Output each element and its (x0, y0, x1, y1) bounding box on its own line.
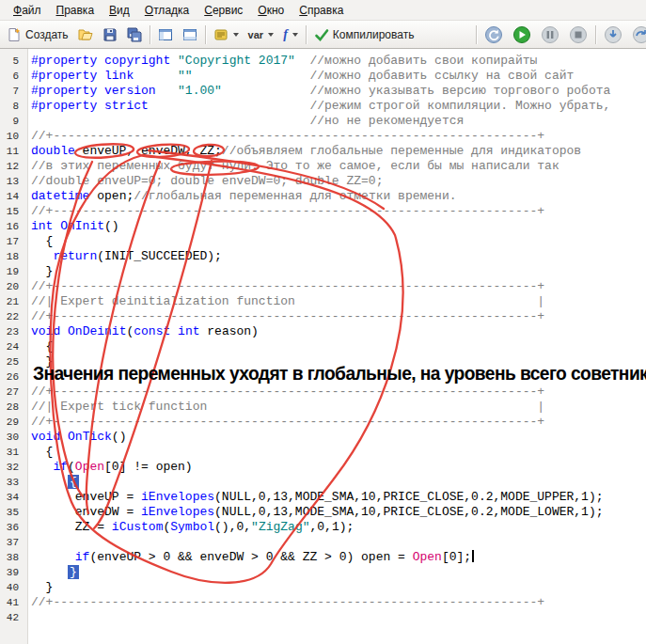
code-line[interactable]: 13//double enveUP=0; double enveDW=0; do… (0, 174, 646, 189)
insert-variable-button[interactable]: var (244, 24, 279, 46)
menu-item-5[interactable]: Сервис (197, 1, 250, 20)
code-line[interactable]: 7#property version "1.00" //можно указыв… (0, 84, 646, 99)
save-button[interactable] (98, 24, 122, 46)
menu-item-7[interactable]: Справка (291, 1, 351, 20)
line-number[interactable]: 29 (0, 415, 26, 430)
debug-step-over-button[interactable] (627, 24, 646, 46)
code-line[interactable]: 17 { (0, 234, 646, 249)
menu-item-2[interactable]: Правка (49, 1, 102, 20)
code-editor[interactable]: 5#property copyright "Copyright 2017" //… (0, 49, 646, 644)
line-number[interactable]: 11 (0, 144, 26, 159)
insert-function-button[interactable]: f (278, 24, 303, 46)
line-number[interactable]: 36 (0, 520, 26, 535)
code-line[interactable]: 11double enveUP, enveDW, ZZ;//объявляем … (0, 144, 646, 159)
code-line[interactable]: 33 { (0, 475, 646, 490)
line-number[interactable]: 6 (0, 69, 26, 84)
line-number[interactable]: 16 (0, 219, 26, 234)
code-line[interactable]: 16int OnInit() (0, 219, 646, 234)
debug-step-into-button[interactable] (599, 24, 627, 46)
code-line[interactable]: 38 if(enveUP > 0 && enveDW > 0 && ZZ > 0… (0, 550, 646, 565)
line-number[interactable]: 27 (0, 385, 26, 400)
code-line[interactable]: 18 return(INIT_SUCCEEDED); (0, 249, 646, 264)
line-number[interactable]: 28 (0, 400, 26, 415)
code-line[interactable]: 21//| Expert deinitialization function | (0, 294, 646, 309)
code-line[interactable]: 28//| Expert tick function | (0, 400, 646, 415)
line-number[interactable]: 15 (0, 204, 26, 219)
debug-start-button[interactable] (508, 24, 536, 46)
code-line[interactable]: 5#property copyright "Copyright 2017" //… (0, 54, 646, 69)
line-number[interactable]: 40 (0, 580, 26, 595)
line-number[interactable]: 35 (0, 505, 26, 520)
line-number[interactable]: 38 (0, 550, 26, 565)
code-line[interactable]: 9 //но не рекомендуется (0, 114, 646, 129)
code-line[interactable]: 37 (0, 535, 646, 550)
insert-snippet-button[interactable] (209, 24, 244, 46)
line-number[interactable]: 22 (0, 309, 26, 324)
line-number[interactable]: 25 (0, 354, 26, 369)
code-line[interactable]: 10//+-----------------------------------… (0, 129, 646, 144)
line-number[interactable]: 42 (0, 610, 26, 625)
toolbox-toggle-button[interactable] (178, 24, 202, 46)
code-line[interactable]: 8#property strict //режим строгой компил… (0, 99, 646, 114)
save-all-button[interactable] (122, 24, 147, 46)
code-line[interactable]: 32 if(Open[0] != open) (0, 460, 646, 475)
code-line[interactable]: 42 (0, 610, 646, 625)
line-number[interactable]: 21 (0, 294, 26, 309)
code-line[interactable]: 35 enveDW = iEnvelopes(NULL,0,13,MODE_SM… (0, 505, 646, 520)
code-line[interactable]: 30void OnTick() (0, 430, 646, 445)
line-number[interactable]: 13 (0, 174, 26, 189)
code-line[interactable]: 34 enveUP = iEnvelopes(NULL,0,13,MODE_SM… (0, 490, 646, 505)
line-number[interactable]: 20 (0, 279, 26, 294)
line-number[interactable]: 34 (0, 490, 26, 505)
code-line[interactable]: 6#property link "" //можно добавить ссыл… (0, 69, 646, 84)
line-number[interactable]: 24 (0, 339, 26, 354)
line-number[interactable]: 23 (0, 324, 26, 339)
code-line[interactable]: 29//+-----------------------------------… (0, 415, 646, 430)
line-number[interactable]: 5 (0, 54, 26, 69)
line-number[interactable]: 30 (0, 430, 26, 445)
code-line[interactable]: 41//+-----------------------------------… (0, 595, 646, 610)
code-line[interactable]: 14datetime open;//глобальная переменная … (0, 189, 646, 204)
line-number[interactable]: 17 (0, 234, 26, 249)
navigator-toggle-button[interactable] (153, 24, 178, 46)
code-line[interactable]: 26 (0, 369, 646, 385)
line-number[interactable]: 10 (0, 129, 26, 144)
line-number[interactable]: 19 (0, 264, 26, 279)
code-line[interactable]: 15//+-----------------------------------… (0, 204, 646, 219)
new-file-button[interactable]: Создать (2, 24, 73, 46)
compile-button[interactable]: Компилировать (309, 24, 419, 46)
line-number[interactable]: 7 (0, 84, 26, 99)
code-line[interactable]: 19 } (0, 264, 646, 279)
code-line[interactable]: 24 { (0, 339, 646, 354)
code-line[interactable]: 39 } (0, 565, 646, 580)
debug-restart-button[interactable] (480, 24, 508, 46)
code-line[interactable]: 22//+-----------------------------------… (0, 309, 646, 324)
line-number[interactable]: 12 (0, 159, 26, 174)
menu-item-4[interactable]: Отладка (137, 1, 197, 20)
code-line[interactable]: 12//в этих переменных будут нули. Это то… (0, 159, 646, 174)
debug-stop-button[interactable] (564, 24, 592, 46)
line-number[interactable]: 37 (0, 535, 26, 550)
code-line[interactable]: 36 ZZ = iCustom(Symbol(),0,"ZigZag",0,1)… (0, 520, 646, 535)
menu-item-6[interactable]: Окно (250, 1, 291, 20)
line-number[interactable]: 9 (0, 114, 26, 129)
code-line[interactable]: 27//+-----------------------------------… (0, 385, 646, 400)
line-number[interactable]: 8 (0, 99, 26, 114)
open-file-button[interactable] (73, 24, 98, 46)
menu-item-3[interactable]: Вид (102, 1, 137, 20)
line-number[interactable]: 26 (0, 369, 26, 385)
line-number[interactable]: 31 (0, 445, 26, 460)
line-number[interactable]: 32 (0, 460, 26, 475)
line-number[interactable]: 33 (0, 475, 26, 490)
code-line[interactable]: 23void OnDeinit(const int reason) (0, 324, 646, 339)
code-line[interactable]: 25 } (0, 354, 646, 369)
code-line[interactable]: 20//+-----------------------------------… (0, 279, 646, 294)
line-number[interactable]: 39 (0, 565, 26, 580)
line-number[interactable]: 41 (0, 595, 26, 610)
debug-pause-button[interactable] (536, 24, 564, 46)
line-number[interactable]: 14 (0, 189, 26, 204)
line-number[interactable]: 18 (0, 249, 26, 264)
menu-item-1[interactable]: Файл (6, 1, 49, 20)
code-line[interactable]: 31 { (0, 445, 646, 460)
code-line[interactable]: 40 } (0, 580, 646, 595)
